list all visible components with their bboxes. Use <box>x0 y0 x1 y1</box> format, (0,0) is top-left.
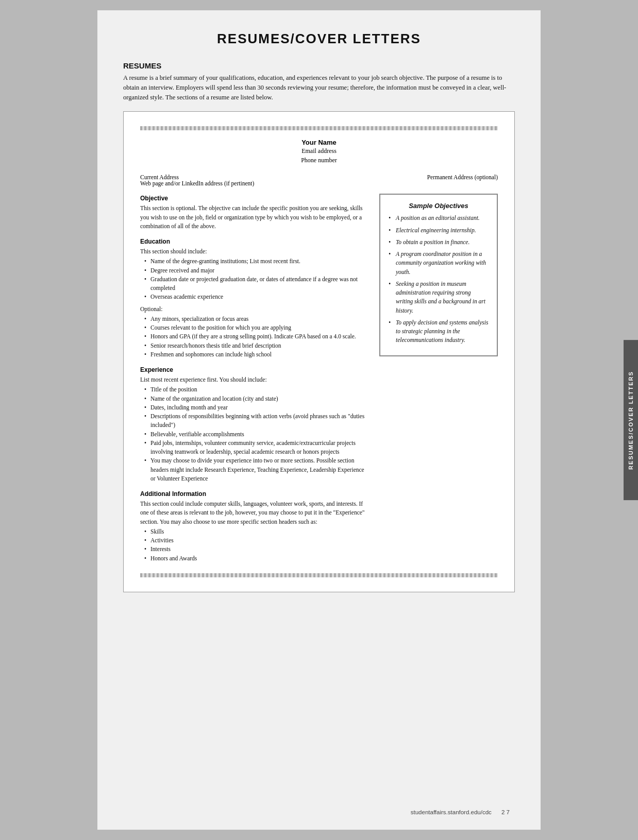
education-bullet-2: Degree received and major <box>144 266 369 275</box>
edu-opt-bullet-3: Honors and GPA (if they are a strong sel… <box>144 332 369 341</box>
edu-opt-bullet-2: Courses relevant to the position for whi… <box>144 323 369 332</box>
exp-bullet-7: You may choose to divide your experience… <box>144 456 369 483</box>
web-label: Web page and/or LinkedIn address (if per… <box>140 180 254 186</box>
education-intro: This section should include: <box>140 247 369 256</box>
resume-left-col: Objective This section is optional. The … <box>140 194 369 565</box>
objective-title: Objective <box>140 194 369 203</box>
experience-title: Experience <box>140 365 369 374</box>
current-address-block: Current Address Web page and/or LinkedIn… <box>140 174 254 186</box>
add-bullet-3: Interests <box>144 545 369 554</box>
add-bullet-1: Skills <box>144 527 369 536</box>
obj-item-4: A program coordinator position in a comm… <box>389 250 489 277</box>
education-bullet-4: Overseas academic experience <box>144 293 369 301</box>
resumes-heading: RESUMES <box>123 61 515 70</box>
additional-title: Additional Information <box>140 489 369 499</box>
sample-objectives-list: A position as an editorial assistant. El… <box>389 214 489 345</box>
resume-header: Your Name Email address Phone number <box>140 139 498 165</box>
education-bullet-3: Graduation date or projected graduation … <box>144 275 369 293</box>
permanent-address-block: Permanent Address (optional) <box>427 174 498 186</box>
sample-objectives-box: Sample Objectives A position as an edito… <box>379 194 498 356</box>
resume-phone: Phone number <box>140 156 498 165</box>
obj-item-3: To obtain a position in finance. <box>389 238 489 247</box>
resume-email: Email address <box>140 146 498 156</box>
main-content: RESUMES/COVER LETTERS RESUMES A resume i… <box>97 10 541 830</box>
edu-opt-bullet-4: Senior research/honors thesis title and … <box>144 341 369 350</box>
experience-intro: List most recent experience first. You s… <box>140 375 369 384</box>
obj-item-6: To apply decision and systems analysis t… <box>389 318 489 345</box>
footer-page: 2 7 <box>501 809 510 815</box>
current-address-label: Current Address <box>140 174 254 180</box>
resume-top-border <box>140 126 498 130</box>
experience-bullets: Title of the position Name of the organi… <box>140 385 369 483</box>
education-title: Education <box>140 237 369 246</box>
resumes-intro: A resume is a brief summary of your qual… <box>123 73 515 102</box>
obj-item-2: Electrical engineering internship. <box>389 226 489 235</box>
page-footer: studentaffairs.stanford.edu/cdc 2 7 <box>411 809 510 815</box>
permanent-address-label: Permanent Address (optional) <box>427 174 498 180</box>
page-container: RESUMES/COVER LETTERS RESUMES A resume i… <box>0 0 638 840</box>
resume-name: Your Name <box>140 139 498 146</box>
edu-opt-bullet-5: Freshmen and sophomores can include high… <box>144 350 369 359</box>
education-bullet-1: Name of the degree-granting institutions… <box>144 257 369 266</box>
education-optional-label: Optional: <box>140 305 369 314</box>
resume-bottom-border <box>140 573 498 577</box>
exp-bullet-1: Title of the position <box>144 385 369 394</box>
exp-bullet-2: Name of the organization and location (c… <box>144 395 369 403</box>
edu-opt-bullet-1: Any minors, specialization or focus area… <box>144 315 369 323</box>
exp-bullet-5: Believable, verifiable accomplishments <box>144 430 369 439</box>
side-tab-label: RESUMES/COVER LETTERS <box>628 371 634 470</box>
footer-url: studentaffairs.stanford.edu/cdc <box>411 809 492 815</box>
obj-item-1: A position as an editorial assistant. <box>389 214 489 222</box>
resume-addresses: Current Address Web page and/or LinkedIn… <box>140 174 498 186</box>
page-title: RESUMES/COVER LETTERS <box>123 31 515 47</box>
objective-text: This section is optional. The objective … <box>140 204 369 231</box>
sample-objectives-col: Sample Objectives A position as an edito… <box>379 194 498 565</box>
education-bullets: Name of the degree-granting institutions… <box>140 257 369 301</box>
add-bullet-4: Honors and Awards <box>144 554 369 563</box>
sample-objectives-title: Sample Objectives <box>389 202 489 210</box>
education-optional-bullets: Any minors, specialization or focus area… <box>140 315 369 359</box>
additional-text: This section could include computer skil… <box>140 500 369 526</box>
exp-bullet-4: Descriptions of responsibilities beginni… <box>144 412 369 430</box>
add-bullet-2: Activities <box>144 536 369 545</box>
additional-bullets: Skills Activities Interests Honors and A… <box>140 527 369 563</box>
exp-bullet-3: Dates, including month and year <box>144 403 369 412</box>
obj-item-5: Seeking a position in museum administrat… <box>389 280 489 315</box>
side-tab: RESUMES/COVER LETTERS <box>624 340 638 501</box>
exp-bullet-6: Paid jobs, internships, volunteer commun… <box>144 439 369 457</box>
resume-box: Your Name Email address Phone number Cur… <box>123 111 515 592</box>
resume-body: Objective This section is optional. The … <box>140 194 498 565</box>
